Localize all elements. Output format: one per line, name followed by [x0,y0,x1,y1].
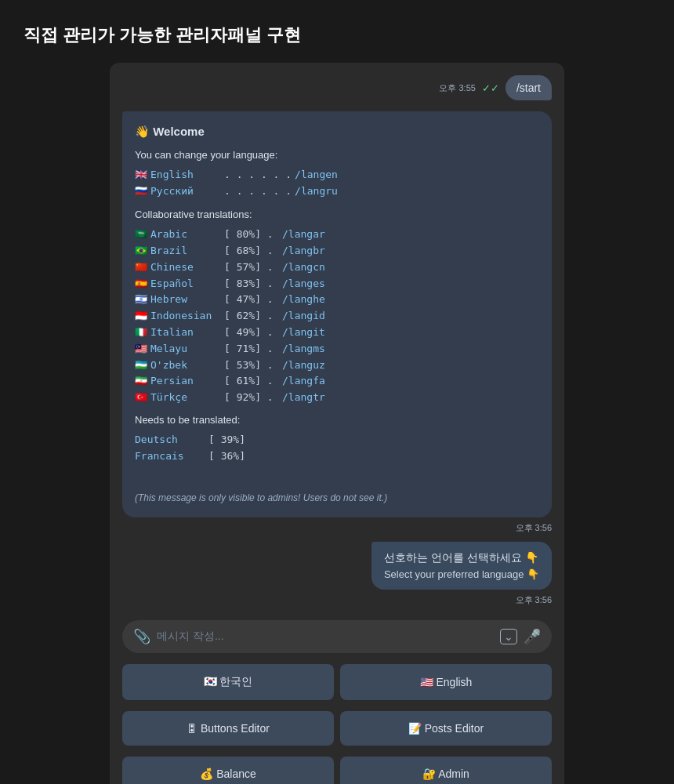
dots-en: . . . . . . [224,167,292,183]
balance-button[interactable]: 💰 Balance [122,757,334,784]
lang-name-ru: Русский [150,183,221,200]
english-flag: 🇺🇸 [420,676,433,688]
welcome-message: 👋 Welcome You can change your language: … [122,111,552,534]
lang-select-line2: Select your preferred language 👇 [384,568,539,580]
needs-label: Needs to be translated: [135,412,539,429]
lang-row-brazil: 🇧🇷 Brazil [ 68%] . /langbr [135,243,539,260]
lang-select-line1: 선호하는 언어를 선택하세요 👇 [384,551,539,565]
lang-row-espanol: 🇪🇸 Español [ 83%] . /langes [135,276,539,292]
lang-row-english: 🇬🇧 English . . . . . . /langen [135,167,539,183]
korean-label: 한국인 [219,675,252,688]
lang-row-chinese: 🇨🇳 Chinese [ 57%] . /langcn [135,260,539,276]
language-buttons-row: 🇰🇷 한국인 🇺🇸 English [122,664,552,700]
lang-row-turkish: 🇹🇷 Türkçe [ 92%] . /langtr [135,390,539,406]
outgoing-timestamp: 오후 3:55 [439,82,475,94]
korean-flag: 🇰🇷 [204,675,217,688]
expand-icon[interactable]: ⌄ [500,629,517,644]
check-icon: ✓✓ [482,82,499,94]
english-label: English [436,676,472,688]
admin-label: Admin [438,768,469,780]
lang-row-indonesian: 🇮🇩 Indonesian [ 62%] . /langid [135,308,539,325]
lang-row-uzbek: 🇺🇿 O'zbek [ 53%] . /languz [135,358,539,374]
lang-row-russian: 🇷🇺 Русский . . . . . . /langru [135,183,539,200]
outgoing-bubble: /start [506,75,552,100]
cmd-en[interactable]: /langen [295,167,338,183]
lang-select-row: 선호하는 언어를 선택하세요 👇 Select your preferred l… [122,542,552,590]
lang-row-arabic: 🇸🇦 Arabic [ 80%] . /langar [135,227,539,243]
balance-label: Balance [216,768,256,780]
lang-select-timestamp: 오후 3:56 [122,594,552,606]
posts-editor-label: Posts Editor [425,722,484,735]
flag-uz: 🇺🇿 [135,358,147,374]
posts-editor-icon: 📝 [408,722,422,735]
voice-icon[interactable]: 🎤 [524,628,541,645]
language-section-label: You can change your language: [135,147,539,164]
welcome-title: 👋 Welcome [135,122,539,141]
admin-button[interactable]: 🔐 Admin [340,757,552,784]
flag-tr: 🇹🇷 [135,390,147,406]
chat-container: 오후 3:55 ✓✓ /start 👋 Welcome You can chan… [110,63,564,784]
needs-row-francais: Francais [ 36%] [135,448,539,465]
message-input[interactable]: 메시지 작성... [157,630,494,644]
needs-row-deutsch: Deutsch [ 39%] [135,432,539,448]
flag-it: 🇮🇹 [135,325,147,341]
flag-es: 🇪🇸 [135,276,147,292]
korean-button[interactable]: 🇰🇷 한국인 [122,664,334,700]
flag-he: 🇮🇱 [135,292,147,308]
lang-row-hebrew: 🇮🇱 Hebrew [ 47%] . /langhe [135,292,539,308]
cmd-ru[interactable]: /langru [295,183,338,200]
page-title: 직접 관리가 가능한 관리자패널 구현 [16,24,658,47]
flag-fa: 🇮🇷 [135,373,147,390]
buttons-editor-icon: 🎛 [187,722,197,735]
lang-row-melayu: 🇲🇾 Melayu [ 71%] . /langms [135,341,539,358]
flag-en: 🇬🇧 [135,167,147,183]
flag-id: 🇮🇩 [135,308,147,325]
lang-select-bubble: 선호하는 언어를 선택하세요 👇 Select your preferred l… [371,542,552,590]
flag-br: 🇧🇷 [135,243,147,260]
admin-note: (This message is only visible to admins!… [135,491,539,506]
message-input-area: 📎 메시지 작성... ⌄ 🎤 [122,620,552,653]
collaborative-section-label: Collaborative translations: [135,207,539,223]
lang-row-persian: 🇮🇷 Persian [ 61%] . /langfa [135,373,539,390]
needs-section: Needs to be translated: Deutsch [ 39%] F… [135,412,539,464]
welcome-bubble: 👋 Welcome You can change your language: … [122,111,552,517]
posts-editor-button[interactable]: 📝 Posts Editor [340,711,552,746]
welcome-timestamp: 오후 3:56 [122,522,552,534]
attach-icon[interactable]: 📎 [133,628,150,645]
lang-name-en: English [150,167,221,183]
editor-buttons-row: 🎛 Buttons Editor 📝 Posts Editor [122,711,552,746]
buttons-editor-label: Buttons Editor [201,722,270,735]
admin-buttons-row: 💰 Balance 🔐 Admin [122,757,552,784]
dots-ru: . . . . . . [224,183,292,200]
buttons-editor-button[interactable]: 🎛 Buttons Editor [122,711,334,746]
outgoing-message: 오후 3:55 ✓✓ /start [122,75,552,100]
english-button[interactable]: 🇺🇸 English [340,664,552,700]
flag-ar: 🇸🇦 [135,227,147,243]
balance-icon: 💰 [200,768,213,780]
flag-cn: 🇨🇳 [135,260,147,276]
lang-select-message: 선호하는 언어를 선택하세요 👇 Select your preferred l… [122,542,552,606]
flag-ms: 🇲🇾 [135,341,147,358]
flag-ru: 🇷🇺 [135,183,147,200]
lang-row-italian: 🇮🇹 Italian [ 49%] . /langit [135,325,539,341]
admin-icon: 🔐 [422,768,436,780]
